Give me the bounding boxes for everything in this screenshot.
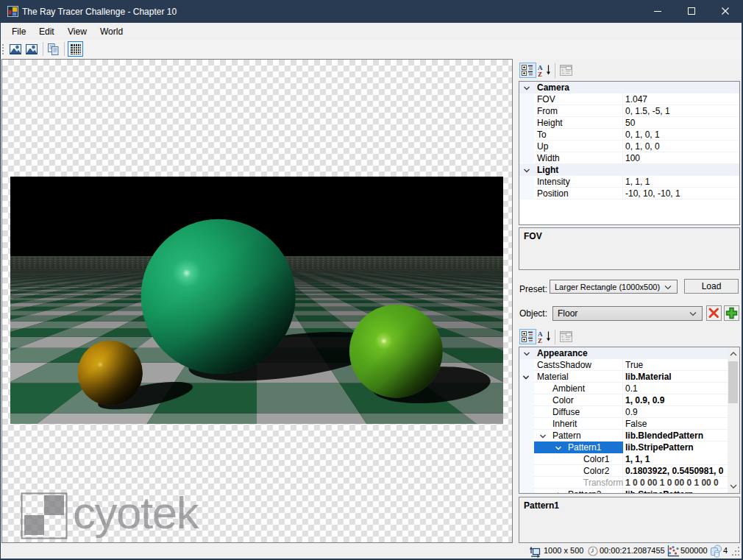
svg-text:Z: Z (538, 71, 542, 77)
svg-text:Z: Z (538, 337, 542, 344)
svg-text:cyotek: cyotek (73, 487, 200, 538)
